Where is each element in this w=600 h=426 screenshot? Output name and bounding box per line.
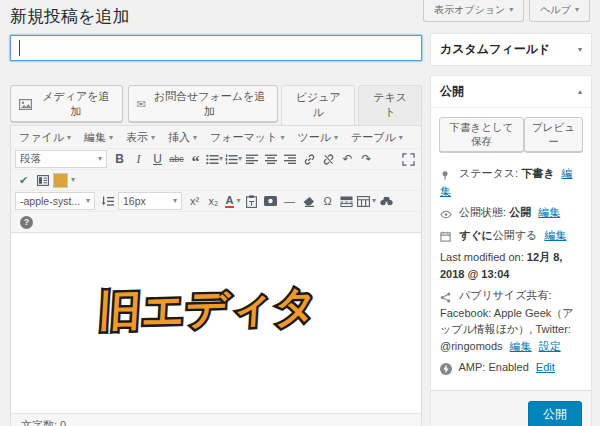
align-left-button[interactable] <box>243 150 262 168</box>
spellcheck-button[interactable]: ✔ <box>14 171 33 189</box>
media-icon <box>19 97 32 111</box>
clear-formatting-button[interactable] <box>299 192 318 210</box>
toggle-panel-icon[interactable]: ▾ <box>578 46 582 54</box>
toolbar-row-4: ? <box>11 212 421 233</box>
color-swatch-icon <box>53 173 68 188</box>
toc-button[interactable] <box>33 171 52 189</box>
subscript-button[interactable]: x₂ <box>204 192 223 210</box>
menu-view[interactable]: 表示▾ <box>126 130 155 145</box>
fullscreen-button[interactable] <box>399 150 418 168</box>
binoculars-icon <box>380 196 393 206</box>
menu-table[interactable]: テーブル▾ <box>351 130 403 145</box>
image-button[interactable] <box>261 192 280 210</box>
media-and-tabs-row: メディアを追加 ✉ お問合せフォームを追加 ビジュアル テキスト <box>10 85 422 125</box>
post-edit-column: 新規投稿を追加 メディアを追加 ✉ お問合せフォームを追加 ビジュアル テキスト… <box>10 0 422 426</box>
tab-text[interactable]: テキスト <box>358 85 422 125</box>
menu-tools[interactable]: ツール▾ <box>297 130 338 145</box>
help-label: ヘルプ <box>540 3 571 17</box>
post-title-input[interactable] <box>10 35 422 61</box>
editor-content-image[interactable]: 旧エディタ <box>97 278 320 340</box>
underline-button[interactable]: U <box>148 150 167 168</box>
preview-button[interactable]: プレビュー <box>524 117 583 152</box>
text-color-button[interactable]: A ▾ <box>223 192 242 210</box>
media-buttons: メディアを追加 ✉ お問合せフォームを追加 <box>10 85 278 125</box>
numbered-list-button[interactable]: ▾ <box>224 150 243 168</box>
publish-major-actions: 公開 <box>431 390 591 426</box>
menu-insert[interactable]: 挿入▾ <box>168 130 197 145</box>
save-draft-button[interactable]: 下書きとして保存 <box>439 117 524 152</box>
special-character-button[interactable]: Ω <box>318 192 337 210</box>
classic-editor: ファイル▾ 編集▾ 表示▾ 挿入▾ フォーマット▾ ツール▾ テーブル▾ 段落 … <box>10 125 422 426</box>
chevron-down-icon: ▾ <box>71 176 75 184</box>
chevron-down-icon: ▾ <box>173 197 177 205</box>
wp-admin-new-post-page: { "page": { "heading": "新規投稿を追加" }, "top… <box>0 0 600 426</box>
help-button[interactable]: ヘルプ ▾ <box>529 0 590 22</box>
bullet-list-button[interactable]: ▾ <box>205 150 224 168</box>
horizontal-rule-button[interactable]: — <box>280 192 299 210</box>
editor-mode-tabs: ビジュアル テキスト <box>278 85 422 125</box>
toggle-panel-icon[interactable]: ▴ <box>578 88 582 96</box>
align-center-icon <box>265 154 278 165</box>
align-center-button[interactable] <box>262 150 281 168</box>
font-size-select[interactable]: 16px ▾ <box>118 192 182 210</box>
add-contact-form-label: お問合せフォームを追加 <box>150 89 269 118</box>
table-button[interactable]: ▾ <box>356 192 377 210</box>
italic-button[interactable]: I <box>129 150 148 168</box>
menu-edit[interactable]: 編集▾ <box>84 130 113 145</box>
font-family-select[interactable]: -apple-syst... ▾ <box>15 192 95 210</box>
publish-button[interactable]: 公開 <box>528 401 582 426</box>
chevron-down-icon: ▾ <box>236 197 240 205</box>
paste-as-text-button[interactable] <box>242 192 261 210</box>
chevron-down-icon: ▾ <box>193 134 197 142</box>
superscript-button[interactable]: x² <box>185 192 204 210</box>
keyboard-shortcuts-button[interactable]: ? <box>17 213 36 231</box>
edit-publicize-link[interactable]: 編集 <box>510 340 532 352</box>
unlink-button[interactable] <box>319 150 338 168</box>
strikethrough-button[interactable]: abc <box>167 150 186 168</box>
edit-visibility-link[interactable]: 編集 <box>538 206 560 218</box>
menu-file[interactable]: ファイル▾ <box>19 130 71 145</box>
chevron-down-icon: ▾ <box>219 155 223 163</box>
line-height-button[interactable] <box>98 192 117 210</box>
add-contact-form-button[interactable]: ✉ お問合せフォームを追加 <box>128 85 278 122</box>
table-icon <box>357 196 370 207</box>
publish-header[interactable]: 公開 ▴ <box>431 76 591 108</box>
edit-schedule-link[interactable]: 編集 <box>544 229 566 241</box>
tinymce-menubar: ファイル▾ 編集▾ 表示▾ 挿入▾ フォーマット▾ ツール▾ テーブル▾ <box>11 126 421 149</box>
menu-format[interactable]: フォーマット▾ <box>210 130 284 145</box>
publish-panel: 公開 ▴ 下書きとして保存 プレビュー ステータス: 下書き 編集 公開状態: … <box>430 75 592 426</box>
toolbar-row-2: ✔ ▾ <box>11 170 421 191</box>
question-mark-icon: ? <box>20 216 33 229</box>
visibility-row: 公開状態: 公開 編集 <box>440 204 582 222</box>
find-replace-button[interactable] <box>377 192 396 210</box>
word-count: 文字数: 0 <box>21 419 66 426</box>
screen-options-button[interactable]: 表示オプション ▾ <box>423 0 524 22</box>
post-title-wrap <box>10 35 422 61</box>
redo-button[interactable]: ↷ <box>357 150 376 168</box>
add-media-button[interactable]: メディアを追加 <box>10 85 123 122</box>
background-color-button[interactable]: ▾ <box>52 171 76 189</box>
amp-edit-link[interactable]: Edit <box>536 361 555 373</box>
amp-row: AMP: Enabled Edit <box>440 359 582 377</box>
bold-button[interactable]: B <box>110 150 129 168</box>
chevron-down-icon: ▾ <box>334 134 338 142</box>
publicize-settings-link[interactable]: 設定 <box>539 340 561 352</box>
status-value: 下書き <box>521 167 554 179</box>
align-right-button[interactable] <box>281 150 300 168</box>
link-button[interactable] <box>300 150 319 168</box>
read-more-button[interactable] <box>337 192 356 210</box>
unlink-icon <box>322 153 335 166</box>
editor-content-area[interactable]: 旧エディタ <box>11 233 421 413</box>
line-height-icon <box>101 196 114 207</box>
publish-minor-actions: 下書きとして保存 プレビュー <box>431 108 591 156</box>
undo-button[interactable]: ↶ <box>338 150 357 168</box>
text-color-icon: A <box>225 195 235 208</box>
custom-fields-header[interactable]: カスタムフィールド ▾ <box>431 34 591 65</box>
paragraph-format-select[interactable]: 段落 ▾ <box>15 150 107 168</box>
align-right-icon <box>284 154 297 165</box>
blockquote-button[interactable]: “ <box>186 150 205 168</box>
schedule-suffix: 公開する <box>493 229 538 241</box>
camera-icon <box>264 196 277 206</box>
tab-visual[interactable]: ビジュアル <box>281 85 355 125</box>
fullscreen-icon <box>402 153 415 166</box>
